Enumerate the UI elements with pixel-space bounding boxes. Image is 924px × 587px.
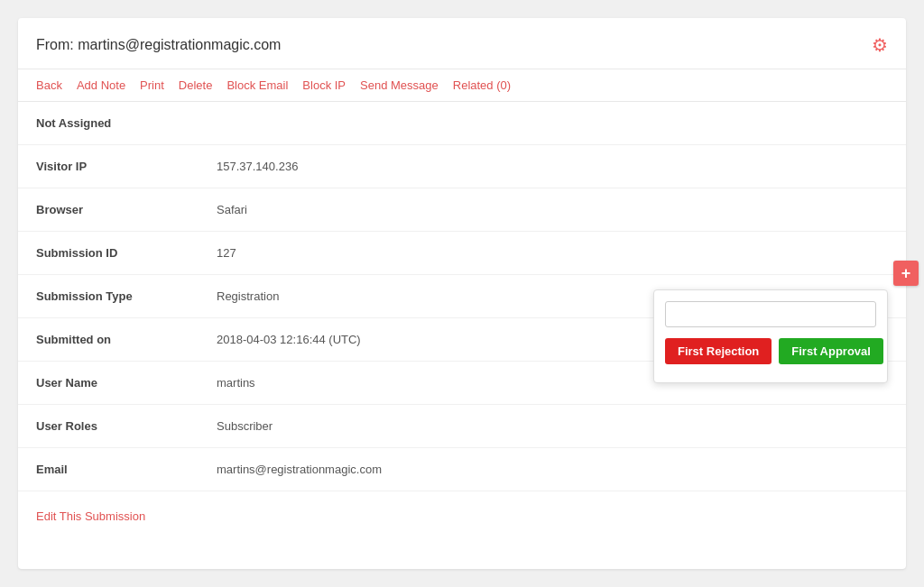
main-container: From: martins@registrationmagic.com ⚙ Ba… (18, 18, 906, 569)
not-assigned-label: Not Assigned (36, 116, 111, 130)
user-name-label: User Name (36, 376, 217, 390)
not-assigned-row: Not Assigned (18, 102, 906, 145)
user-name-value: martins (217, 376, 255, 390)
email-value: martins@registrationmagic.com (217, 463, 382, 476)
toolbar-add-note-link[interactable]: Add Note (77, 78, 125, 92)
toolbar-back-link[interactable]: Back (36, 78, 62, 92)
browser-row: Browser Safari (18, 188, 906, 232)
submitted-on-label: Submitted on (36, 333, 217, 346)
submission-type-value: Registration (217, 289, 279, 303)
submission-id-row: Submission ID 127 (18, 232, 906, 275)
toolbar-related-link[interactable]: Related (0) (453, 78, 511, 92)
email-label: Email (36, 463, 217, 476)
visitor-ip-label: Visitor IP (36, 160, 217, 173)
toolbar-delete-link[interactable]: Delete (179, 78, 213, 92)
browser-value: Safari (217, 203, 247, 216)
user-roles-row: User Roles Subscriber (18, 405, 906, 448)
first-rejection-button[interactable]: First Rejection (665, 338, 772, 364)
toolbar-send-message-link[interactable]: Send Message (360, 78, 439, 92)
first-approval-button[interactable]: First Approval (779, 338, 883, 364)
toolbar: Back Add Note Print Delete Block Email B… (18, 69, 906, 102)
gear-icon[interactable]: ⚙ (872, 34, 888, 56)
email-row: Email martins@registrationmagic.com (18, 448, 906, 491)
toolbar-block-ip-link[interactable]: Block IP (302, 78, 346, 92)
visitor-ip-row: Visitor IP 157.37.140.236 (18, 145, 906, 188)
visitor-ip-value: 157.37.140.236 (217, 160, 298, 173)
header: From: martins@registrationmagic.com ⚙ (18, 18, 906, 69)
edit-submission-link[interactable]: Edit This Submission (18, 495, 163, 537)
submission-id-value: 127 (217, 246, 236, 260)
page-title: From: martins@registrationmagic.com (36, 37, 281, 53)
user-roles-value: Subscriber (217, 419, 273, 433)
dropdown-search-input[interactable] (665, 301, 876, 327)
submission-type-label: Submission Type (36, 289, 217, 303)
toolbar-print-link[interactable]: Print (140, 78, 164, 92)
submitted-on-value: 2018-04-03 12:16:44 (UTC) (217, 333, 361, 346)
plus-button[interactable]: + (893, 261, 919, 286)
user-roles-label: User Roles (36, 419, 217, 433)
edit-submission-container: Edit This Submission (18, 491, 906, 541)
content-area: Not Assigned Visitor IP 157.37.140.236 B… (18, 102, 906, 541)
submission-id-label: Submission ID (36, 246, 217, 260)
toolbar-block-email-link[interactable]: Block Email (226, 78, 288, 92)
dropdown-buttons: First Rejection First Approval (665, 338, 876, 364)
browser-label: Browser (36, 203, 217, 216)
dropdown-popup: First Rejection First Approval (653, 289, 888, 383)
